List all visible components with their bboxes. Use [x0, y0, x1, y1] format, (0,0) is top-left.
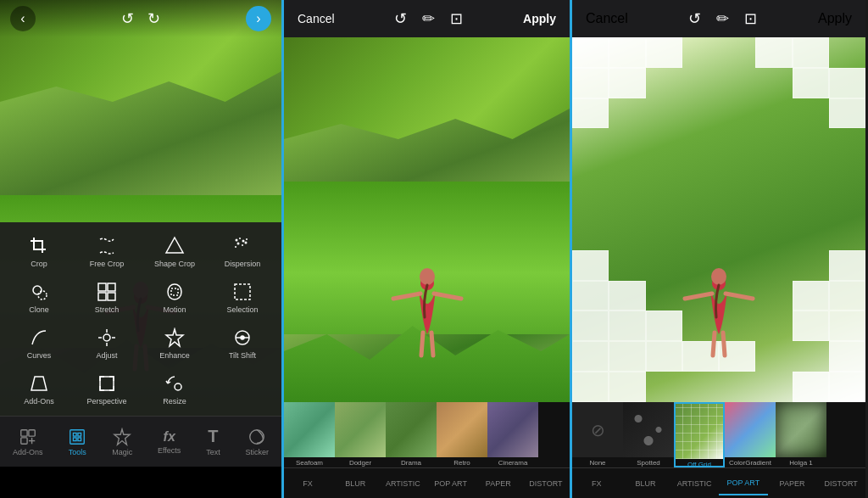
tab-artistic-3[interactable]: ARTISTIC: [670, 473, 719, 495]
forward-icon: ›: [256, 11, 260, 26]
add-ons-icon: [19, 428, 37, 446]
tab-fx-2[interactable]: FX: [284, 473, 331, 495]
tab-paper-2[interactable]: PAPER: [475, 473, 522, 495]
svg-rect-17: [98, 283, 106, 291]
svg-point-12: [242, 244, 243, 246]
filter-color-gradient[interactable]: ColorGradient: [725, 402, 776, 467]
filter-off-grid[interactable]: Off Grid: [674, 402, 725, 467]
tab-artistic-2[interactable]: ARTISTIC: [379, 473, 426, 495]
apply-button-3[interactable]: Apply: [818, 11, 852, 26]
tool-crop[interactable]: Crop: [7, 231, 71, 271]
tool-adjust[interactable]: Adjust: [75, 322, 139, 363]
undo-icon-2[interactable]: ↺: [394, 9, 407, 28]
filter-drama-label: Drama: [401, 457, 421, 467]
nav-effects[interactable]: fx Effects: [151, 426, 187, 458]
undo-icon[interactable]: ↺: [121, 9, 134, 28]
tool-selection[interactable]: Selection: [210, 277, 275, 317]
tool-clone[interactable]: Clone: [7, 277, 71, 317]
apply-button-2[interactable]: Apply: [523, 12, 556, 25]
nav-text[interactable]: T Text: [199, 423, 227, 460]
flip-rotate-icon: [163, 372, 186, 395]
magic-icon: [113, 428, 131, 446]
tool-stretch[interactable]: Stretch: [75, 277, 139, 317]
free-crop-icon: [95, 234, 119, 258]
filter-thumbnails-3: ⊘ None Spotted Off Grid Color: [572, 402, 865, 467]
filter-tabs-3: FX BLUR ARTISTIC POP ART PAPER DISTORT: [572, 467, 865, 498]
filter-seafoam[interactable]: Seafoam: [284, 402, 335, 467]
filter-retro[interactable]: Retro: [437, 402, 487, 467]
filter-drama[interactable]: Drama: [386, 402, 437, 467]
nav-sticker[interactable]: Sticker: [239, 424, 276, 460]
tool-flip-rotate[interactable]: Resize: [142, 368, 207, 409]
tab-pop-art-3[interactable]: POP ART: [719, 472, 768, 495]
tool-tilt-shift[interactable]: Tilt Shift: [210, 322, 275, 363]
svg-point-10: [246, 238, 248, 240]
tab-blur-3[interactable]: BLUR: [621, 473, 670, 495]
toolbar-icons-2: ↺ ✏ ⊡: [394, 9, 463, 28]
tab-pop-art-2[interactable]: POP ART: [427, 473, 475, 495]
nav-tools[interactable]: Tools: [61, 424, 93, 460]
svg-rect-22: [235, 284, 250, 299]
undo-redo-controls: ↺ ↻: [121, 9, 160, 28]
svg-point-13: [245, 242, 248, 244]
filter-thumbnails-2: Seafoam Dodger Drama Retro Cinerama: [284, 402, 570, 467]
enhance-icon: [163, 326, 186, 350]
svg-rect-40: [74, 433, 77, 436]
svg-rect-21: [171, 288, 178, 295]
top-bar-2: Cancel ↺ ✏ ⊡ Apply: [284, 0, 570, 37]
nav-add-ons[interactable]: Add-Ons: [6, 424, 50, 460]
tool-motion[interactable]: Motion: [142, 277, 207, 317]
tab-blur-2[interactable]: BLUR: [331, 473, 379, 495]
back-arrow[interactable]: ‹: [10, 6, 36, 31]
curves-icon: [27, 326, 51, 350]
filter-dodger[interactable]: Dodger: [335, 402, 386, 467]
filter-seafoam-label: Seafoam: [296, 457, 323, 467]
forward-arrow[interactable]: ›: [246, 6, 271, 31]
tool-free-crop[interactable]: Free Crop: [75, 231, 139, 271]
tool-dispersion[interactable]: Dispersion: [210, 231, 275, 271]
filter-cinerama[interactable]: Cinerama: [487, 402, 538, 467]
flip-rotate-label: Resize: [163, 397, 186, 406]
cancel-button-2[interactable]: Cancel: [298, 12, 335, 25]
svg-rect-34: [20, 429, 26, 435]
crop-label: Crop: [31, 260, 47, 268]
perspective-label: Add-Ons: [24, 397, 54, 406]
tool-curves[interactable]: Curves: [7, 322, 71, 363]
layers-icon-3[interactable]: ⊡: [744, 9, 757, 28]
filter-off-grid-label: Off Grid: [687, 459, 711, 467]
filter-retro-label: Retro: [453, 457, 470, 467]
top-bar-1: ‹ ↺ ↻ ›: [0, 0, 281, 37]
filter-cinerama-label: Cinerama: [498, 457, 528, 467]
layers-icon-2[interactable]: ⊡: [450, 9, 463, 28]
svg-point-7: [236, 239, 238, 242]
tool-enhance[interactable]: Enhance: [142, 322, 207, 363]
svg-line-53: [685, 294, 712, 299]
redo-icon[interactable]: ↻: [147, 9, 160, 28]
tab-paper-3[interactable]: PAPER: [768, 473, 817, 495]
filter-holga1[interactable]: Holga 1: [776, 402, 826, 467]
tool-shape-crop[interactable]: Shape Crop: [142, 231, 207, 271]
shape-crop-icon: [163, 234, 186, 258]
svg-point-8: [239, 238, 241, 239]
nav-tools-label: Tools: [69, 448, 86, 456]
erase-icon-3[interactable]: ✏: [716, 9, 729, 28]
tab-distort-3[interactable]: DISTORT: [816, 473, 865, 495]
cancel-button-3[interactable]: Cancel: [586, 11, 628, 26]
nav-magic[interactable]: Magic: [105, 424, 139, 460]
effects-icon: fx: [164, 429, 175, 445]
nav-effects-label: Effects: [158, 446, 181, 455]
erase-icon-2[interactable]: ✏: [422, 9, 435, 28]
svg-rect-39: [70, 429, 85, 444]
tab-fx-3[interactable]: FX: [572, 473, 621, 495]
svg-point-55: [711, 268, 726, 285]
tab-distort-2[interactable]: DISTORT: [522, 473, 570, 495]
tool-perspective[interactable]: Add-Ons: [7, 368, 71, 409]
undo-icon-3[interactable]: ↺: [688, 9, 701, 28]
dispersion-label: Dispersion: [225, 260, 261, 268]
filter-none[interactable]: ⊘ None: [572, 402, 623, 467]
svg-rect-42: [74, 437, 77, 440]
filter-spotted[interactable]: Spotted: [623, 402, 674, 467]
tool-resize[interactable]: Perspective: [75, 368, 139, 409]
tool-overlay-menu: Crop Free Crop Shape Crop: [0, 222, 281, 416]
selection-label: Selection: [226, 305, 258, 314]
